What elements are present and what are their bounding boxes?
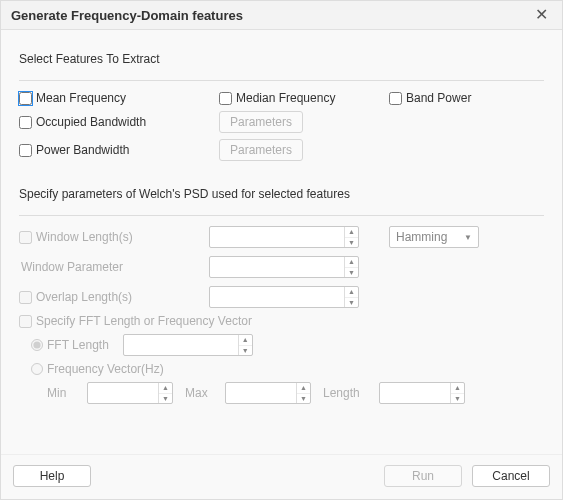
chevron-up-icon[interactable]: ▲ [297,383,310,394]
radio-input[interactable] [31,339,43,351]
dialog-body: Select Features To Extract Mean Frequenc… [1,30,562,454]
dialog-footer: Help Run Cancel [1,454,562,499]
window-parameter-input[interactable]: ▲ ▼ [209,256,359,278]
parameters-button[interactable]: Parameters [219,111,303,133]
label-length: Length [323,386,367,400]
radio-label: Frequency Vector(Hz) [47,362,164,376]
window-type-select[interactable]: Hamming ▼ [389,226,479,248]
close-icon[interactable]: ✕ [531,7,552,23]
max-input[interactable]: ▲ ▼ [225,382,311,404]
window-length-input[interactable]: ▲ ▼ [209,226,359,248]
parameters-button-wrap: Parameters [219,111,389,133]
checkbox-input[interactable] [19,116,32,129]
overlap-length-input[interactable]: ▲ ▼ [209,286,359,308]
radio-frequency-vector[interactable]: Frequency Vector(Hz) [19,362,544,376]
spinner-controls[interactable]: ▲ ▼ [238,335,252,355]
chevron-up-icon[interactable]: ▲ [239,335,252,346]
checkbox-overlap-length[interactable]: Overlap Length(s) [19,290,209,304]
spinner-controls[interactable]: ▲ ▼ [344,227,358,247]
spinner-controls[interactable]: ▲ ▼ [158,383,172,403]
checkbox-label: Specify FFT Length or Frequency Vector [36,314,252,328]
label-max: Max [185,386,213,400]
run-button[interactable]: Run [384,465,462,487]
titlebar: Generate Frequency-Domain features ✕ [1,1,562,30]
chevron-up-icon[interactable]: ▲ [345,257,358,268]
chevron-down-icon[interactable]: ▼ [345,268,358,278]
checkbox-input[interactable] [19,231,32,244]
dialog: Generate Frequency-Domain features ✕ Sel… [0,0,563,500]
cancel-button[interactable]: Cancel [472,465,550,487]
chevron-down-icon[interactable]: ▼ [159,394,172,404]
spinner-field[interactable] [124,335,238,355]
label-min: Min [47,386,75,400]
radio-input[interactable] [31,363,43,375]
label-window-parameter: Window Parameter [19,260,209,274]
divider [19,215,544,216]
psd-params-grid: Window Length(s) ▲ ▼ Hamming ▼ Window Pa… [19,226,544,308]
spinner-controls[interactable]: ▲ ▼ [344,257,358,277]
checkbox-label: Power Bandwidth [36,143,129,157]
checkbox-specify-fft[interactable]: Specify FFT Length or Frequency Vector [19,314,544,328]
checkbox-power-bandwidth[interactable]: Power Bandwidth [19,143,219,157]
parameters-button[interactable]: Parameters [219,139,303,161]
chevron-down-icon[interactable]: ▼ [345,298,358,308]
chevron-up-icon[interactable]: ▲ [345,227,358,238]
spinner-field[interactable] [210,257,344,277]
dialog-title: Generate Frequency-Domain features [11,8,243,23]
checkbox-input[interactable] [389,92,402,105]
radio-label: FFT Length [47,338,109,352]
checkbox-mean-frequency[interactable]: Mean Frequency [19,91,219,105]
chevron-down-icon[interactable]: ▼ [239,346,252,356]
section-psd-label: Specify parameters of Welch's PSD used f… [19,187,544,201]
checkbox-label: Occupied Bandwidth [36,115,146,129]
spinner-controls[interactable]: ▲ ▼ [296,383,310,403]
frequency-vector-range: Min ▲ ▼ Max ▲ ▼ Length ▲ [19,382,544,404]
checkbox-label: Overlap Length(s) [36,290,132,304]
checkbox-label: Band Power [406,91,471,105]
chevron-up-icon[interactable]: ▲ [345,287,358,298]
checkbox-label: Median Frequency [236,91,335,105]
length-input[interactable]: ▲ ▼ [379,382,465,404]
chevron-up-icon[interactable]: ▲ [451,383,464,394]
chevron-down-icon: ▼ [464,233,472,242]
section-select-features-label: Select Features To Extract [19,52,544,66]
checkbox-label: Mean Frequency [36,91,126,105]
chevron-down-icon[interactable]: ▼ [297,394,310,404]
checkbox-label: Window Length(s) [36,230,133,244]
checkbox-input[interactable] [19,92,32,105]
spinner-field[interactable] [210,287,344,307]
radio-fft-length[interactable]: FFT Length [19,338,109,352]
parameters-button-wrap: Parameters [219,139,389,161]
checkbox-band-power[interactable]: Band Power [389,91,539,105]
checkbox-input[interactable] [19,144,32,157]
select-value: Hamming [396,230,447,244]
checkbox-window-length[interactable]: Window Length(s) [19,230,209,244]
spinner-field[interactable] [380,383,450,403]
checkbox-input[interactable] [219,92,232,105]
divider [19,80,544,81]
checkbox-median-frequency[interactable]: Median Frequency [219,91,389,105]
features-grid: Mean Frequency Median Frequency Band Pow… [19,91,544,161]
spinner-field[interactable] [88,383,158,403]
fft-length-input[interactable]: ▲ ▼ [123,334,253,356]
chevron-down-icon[interactable]: ▼ [451,394,464,404]
checkbox-input[interactable] [19,291,32,304]
footer-right: Run Cancel [384,465,550,487]
chevron-down-icon[interactable]: ▼ [345,238,358,248]
checkbox-input[interactable] [19,315,32,328]
help-button[interactable]: Help [13,465,91,487]
checkbox-occupied-bandwidth[interactable]: Occupied Bandwidth [19,115,219,129]
spinner-controls[interactable]: ▲ ▼ [344,287,358,307]
spinner-field[interactable] [226,383,296,403]
spinner-controls[interactable]: ▲ ▼ [450,383,464,403]
chevron-up-icon[interactable]: ▲ [159,383,172,394]
spinner-field[interactable] [210,227,344,247]
min-input[interactable]: ▲ ▼ [87,382,173,404]
